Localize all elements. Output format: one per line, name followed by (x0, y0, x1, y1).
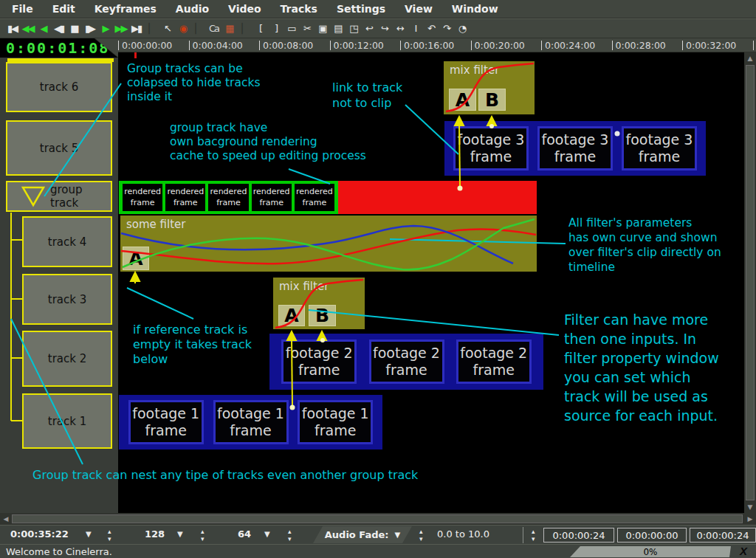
some-filter-clip[interactable]: some filter A (120, 216, 537, 272)
menu-tracks[interactable]: Tracks (273, 1, 325, 16)
footage3-frame-clip[interactable]: footage 3frame (453, 126, 529, 170)
height-dropdown-icon[interactable]: ▼ (264, 530, 270, 538)
play-reverse-icon[interactable]: ◀ (35, 20, 51, 37)
frame-reverse-icon[interactable]: ◀▮ (51, 20, 66, 37)
in-point-icon[interactable]: [ (252, 20, 268, 37)
goto-start-icon[interactable]: ▮◀ (4, 20, 20, 37)
horizontal-scrollbar-thumb[interactable] (12, 514, 743, 523)
selection-dropdown-icon[interactable]: ▼ (86, 530, 92, 538)
out-point-time[interactable]: 0:00:00:00 (617, 528, 687, 542)
fit-width-icon[interactable]: ↔ (392, 20, 408, 37)
filter-input-a[interactable]: A (278, 305, 305, 326)
footage3-frame-clip[interactable]: footage 3frame (622, 126, 697, 170)
vertical-scrollbar[interactable]: ▲ ▼ (744, 52, 756, 513)
scroll-down-icon[interactable]: ▼ (744, 501, 756, 513)
undo-icon[interactable]: ↶ (423, 20, 439, 37)
cut-icon[interactable]: ✂ (299, 20, 315, 37)
track-3[interactable]: track 3 (22, 274, 112, 325)
ruler-tick (400, 41, 401, 50)
clip-icon[interactable]: ◳ (346, 20, 361, 37)
track-6[interactable]: track 6 (6, 62, 112, 112)
ibeam-tool-icon[interactable]: ◉ (175, 20, 190, 37)
loop-icon[interactable]: ▭ (284, 20, 299, 37)
duration-time[interactable]: 0:00:00:24 (690, 528, 756, 542)
frame-width-value[interactable]: 128 (145, 528, 165, 540)
frame-height-value[interactable]: 64 (238, 528, 251, 540)
menu-keyframes[interactable]: Keyframes (87, 1, 164, 16)
ruler-tick (471, 41, 472, 50)
track-4[interactable]: track 4 (22, 216, 112, 267)
fast-forward-icon[interactable]: ▶▶ (113, 20, 128, 37)
label-icon[interactable]: Ca (206, 20, 221, 37)
frame-forward-icon[interactable]: ▮▶ (82, 20, 97, 37)
scroll-up-icon[interactable]: ▲ (744, 52, 756, 64)
fade-range-value[interactable]: 0.0 to 10.0 (437, 528, 489, 540)
copy-icon[interactable]: ▣ (315, 20, 330, 37)
fit-autos-icon[interactable]: ▦ (221, 20, 237, 37)
vertical-scrollbar-thumb[interactable] (746, 65, 755, 500)
mix-filter-top-clip[interactable]: mix filter A B (444, 61, 535, 114)
menu-settings[interactable]: Settings (329, 1, 393, 16)
horizontal-scrollbar[interactable]: ◀ ▶ (0, 513, 756, 525)
clock-icon[interactable]: ◔ (454, 20, 470, 37)
timeline-ruler[interactable]: 0:00:00:000:00:04:000:00:08:000:00:12:00… (118, 38, 756, 52)
footage1-frame-clip[interactable]: footage 1frame (213, 400, 289, 444)
track-2[interactable]: track 2 (22, 331, 112, 387)
group-render-cache-bar[interactable]: rendered framerendered framerendered fra… (119, 181, 338, 214)
footage3-frame-clip[interactable]: footage 3frame (537, 126, 613, 170)
filter-title: some filter (126, 218, 186, 231)
mix-filter-mid-clip[interactable]: mix filter A B (273, 278, 365, 329)
footage2-track-bar[interactable]: footage 2frame footage 2frame footage 2f… (269, 334, 543, 390)
annotation-params: All filter's parameters has own curve an… (568, 216, 721, 275)
footage1-frame-clip[interactable]: footage 1frame (128, 400, 204, 444)
group-track[interactable]: group track (6, 181, 112, 212)
play-icon[interactable]: ▶ (97, 20, 113, 37)
filter-input-a[interactable]: A (449, 89, 476, 111)
stop-icon[interactable]: ■ (66, 20, 82, 37)
ruler-label: 0:00:28:00 (612, 38, 683, 52)
unrendered-region-bar[interactable] (338, 181, 537, 214)
filter-input-a[interactable]: A (123, 247, 149, 270)
selection-spinner[interactable]: ▴▾ (108, 528, 111, 542)
fast-reverse-icon[interactable]: ◀◀ (20, 20, 35, 37)
footage3-track-bar[interactable]: footage 3frame footage 3frame footage 3f… (444, 121, 706, 176)
track-1[interactable]: track 1 (22, 393, 112, 449)
paste-icon[interactable]: ▤ (330, 20, 346, 37)
arrow-tool-icon[interactable]: ↖ (159, 20, 175, 37)
menu-edit[interactable]: Edit (45, 1, 83, 16)
height-spinner[interactable]: ▴▾ (288, 528, 292, 542)
goto-end-icon[interactable]: ▶▮ (128, 20, 144, 37)
scroll-left-icon[interactable]: ◀ (0, 513, 12, 525)
in-time-spinner[interactable]: ▴▾ (532, 528, 535, 542)
footage2-frame-clip[interactable]: footage 2frame (456, 340, 532, 384)
footage1-frame-clip[interactable]: footage 1frame (298, 400, 373, 444)
width-spinner[interactable]: ▴▾ (201, 528, 205, 542)
in-point-time[interactable]: 0:00:00:24 (543, 528, 614, 542)
titler-icon[interactable]: I (408, 20, 423, 37)
playhead-marker[interactable] (134, 52, 137, 58)
menu-window[interactable]: Window (444, 1, 506, 16)
footage1-track-bar[interactable]: footage 1frame footage 1frame footage 1f… (119, 395, 382, 450)
track-5[interactable]: track 5 (6, 120, 112, 176)
menu-audio[interactable]: Audio (168, 1, 216, 16)
audio-fade-selector[interactable]: Audio Fade: ▼ (313, 526, 412, 543)
menu-video[interactable]: Video (221, 1, 269, 16)
scroll-right-icon[interactable]: ▶ (744, 513, 756, 525)
footage2-frame-clip[interactable]: footage 2frame (281, 340, 357, 384)
cancel-operation-button[interactable]: X (740, 545, 747, 557)
fade-dropdown-icon: ▼ (395, 531, 401, 539)
selection-time-value[interactable]: 0:00:35:22 (10, 528, 69, 540)
fade-range-spinner[interactable]: ▴▾ (419, 528, 423, 542)
redo-icon[interactable]: ↷ (439, 20, 454, 37)
width-dropdown-icon[interactable]: ▼ (177, 530, 183, 538)
footage2-frame-clip[interactable]: footage 2frame (369, 340, 444, 384)
menu-file[interactable]: File (4, 1, 41, 16)
ruler-label: 0:00:36:00 (753, 38, 756, 52)
filter-input-b[interactable]: B (309, 305, 336, 326)
undo-edit-icon[interactable]: ↩ (361, 20, 377, 37)
redo-edit-icon[interactable]: ↪ (377, 20, 392, 37)
out-point-icon[interactable]: ] (268, 20, 284, 37)
rendered-frame-box: rendered frame (123, 184, 162, 211)
filter-input-b[interactable]: B (478, 89, 506, 111)
menu-view[interactable]: View (397, 1, 440, 16)
